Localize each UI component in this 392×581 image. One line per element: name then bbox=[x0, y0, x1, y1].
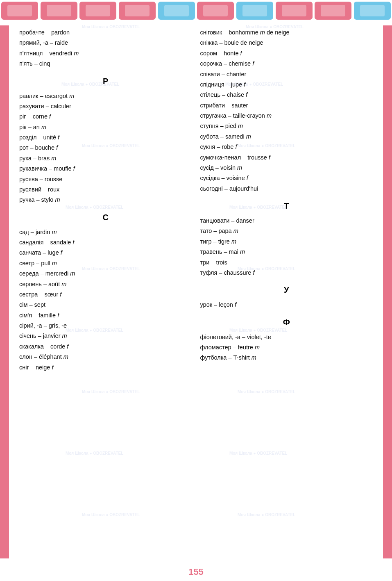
entry-svetr: светр – pull m bbox=[19, 258, 192, 269]
entry-skakalka: скакалка – corde f bbox=[19, 342, 192, 352]
page-number: 155 bbox=[0, 567, 392, 577]
top-border-strip bbox=[0, 0, 392, 21]
entry-piatnytsia: п'ятниця – vendredi m bbox=[19, 48, 192, 59]
entry-fioletovyi: фіолетовий, -а – violet, -te bbox=[200, 332, 373, 342]
entry-sanchata: санчата – luge f bbox=[19, 248, 192, 258]
entry-urok: урок – leçon f bbox=[200, 300, 373, 310]
entry-struhachka: стругачка – taille-crayon m bbox=[200, 111, 373, 121]
entry-subota: субота – samedi m bbox=[200, 132, 373, 142]
entry-sorom: сором – honte f bbox=[200, 48, 373, 59]
entry-rozdil: розділ – unité f bbox=[19, 132, 192, 143]
left-column: пробачте – pardon прямий, -а – raide п'я… bbox=[15, 27, 196, 556]
entry-futbolka: футболка – T-shirt m bbox=[200, 353, 373, 363]
entry-susid: сусід – voisin m bbox=[200, 163, 373, 173]
entry-stupnia: ступня – pied m bbox=[200, 121, 373, 131]
section-header-u: У bbox=[200, 283, 373, 297]
section-header-r: Р bbox=[19, 74, 192, 89]
entry-ravlyk: равлик – escargot m bbox=[19, 91, 192, 101]
entry-stilets: стілець – chaise f bbox=[200, 90, 373, 100]
entry-piat: п'ять – cinq bbox=[19, 59, 192, 69]
entry-try: три – trois bbox=[200, 257, 373, 268]
entry-strybaty: стрибати – sauter bbox=[200, 100, 373, 111]
entry-slon: слон – éléphant m bbox=[19, 352, 192, 362]
entry-probachte: пробачте – pardon bbox=[19, 27, 192, 38]
entry-susidka: сусідка – voisine f bbox=[200, 173, 373, 183]
entry-siohodni: сьогодні – aujourd'hui bbox=[200, 184, 373, 194]
left-stripe bbox=[0, 25, 9, 558]
top-tile-10 bbox=[354, 2, 391, 20]
entry-snihovyk: сніговик – bonhomme m de neige bbox=[200, 27, 373, 38]
entry-siryi: сірий, -а – gris, -е bbox=[19, 321, 192, 331]
top-tile-2 bbox=[41, 2, 77, 20]
top-tile-5 bbox=[158, 2, 195, 20]
entry-spivaty: співати – chanter bbox=[200, 69, 373, 80]
entry-sandaliia: сандалія – sandale f bbox=[19, 237, 192, 248]
entry-sorochka: сорочка – chemise f bbox=[200, 59, 373, 69]
content-area: пробачте – pardon прямий, -а – raide п'я… bbox=[9, 25, 383, 558]
top-tile-4 bbox=[119, 2, 156, 20]
top-tile-3 bbox=[79, 2, 116, 20]
section-header-f: Ф bbox=[200, 315, 373, 330]
entry-simia: сім'я – famille f bbox=[19, 310, 192, 321]
entry-tantsyuvaty: танцювати – danser bbox=[200, 216, 373, 226]
entry-ruka: рука – bras m bbox=[19, 153, 192, 164]
entry-serpen: серпень – août m bbox=[19, 279, 192, 289]
entry-spidnytsia: спідниця – jupe f bbox=[200, 80, 373, 90]
entry-traven: травень – mai m bbox=[200, 247, 373, 257]
entry-sestra: сестра – sœur f bbox=[19, 289, 192, 300]
entry-snig: сніг – neige f bbox=[19, 362, 192, 373]
entry-sumochka: сумочка-пенал – trousse f bbox=[200, 153, 373, 163]
top-tile-6 bbox=[197, 2, 234, 20]
entry-rukavychka: рукавичка – moufle f bbox=[19, 164, 192, 174]
section-header-s: С bbox=[19, 210, 192, 225]
top-tile-1 bbox=[1, 2, 38, 20]
entry-rusyava: русява – rousse bbox=[19, 174, 192, 185]
top-tile-9 bbox=[315, 2, 351, 20]
entry-tato: тато – papa m bbox=[200, 226, 373, 236]
right-stripe bbox=[383, 25, 392, 558]
entry-tuflia: туфля – chaussure f bbox=[200, 268, 373, 278]
top-tile-7 bbox=[236, 2, 273, 20]
entry-rusyavyi: русявий – roux bbox=[19, 185, 192, 195]
main-content: пробачте – pardon прямий, -а – raide п'я… bbox=[0, 21, 392, 563]
top-tile-8 bbox=[276, 2, 313, 20]
entry-priamyi: прямий, -а – raide bbox=[19, 38, 192, 48]
entry-rik: рік – an m bbox=[19, 122, 192, 132]
right-column: сніговик – bonhomme m de neige сніжка – … bbox=[196, 27, 377, 556]
entry-sichen: січень – janvier m bbox=[19, 331, 192, 341]
entry-rot: рот – bouche f bbox=[19, 143, 192, 153]
entry-snizhka: сніжка – boule de neige bbox=[200, 38, 373, 48]
entry-tyhr: тигр – tigre m bbox=[200, 237, 373, 247]
entry-rakhuvaty: рахувати – calculer bbox=[19, 101, 192, 112]
entry-suknia: сукня – robe f bbox=[200, 142, 373, 152]
section-header-t: Т bbox=[200, 199, 373, 213]
entry-rih: ріг – corne f bbox=[19, 112, 192, 122]
entry-sereda: середа – mercredi m bbox=[19, 269, 192, 279]
entry-sim: сім – sept bbox=[19, 300, 192, 310]
entry-flomaster: фломастер – feutre m bbox=[200, 342, 373, 353]
entry-sad: сад – jardin m bbox=[19, 227, 192, 237]
entry-ruchka: ручка – stylo m bbox=[19, 195, 192, 205]
